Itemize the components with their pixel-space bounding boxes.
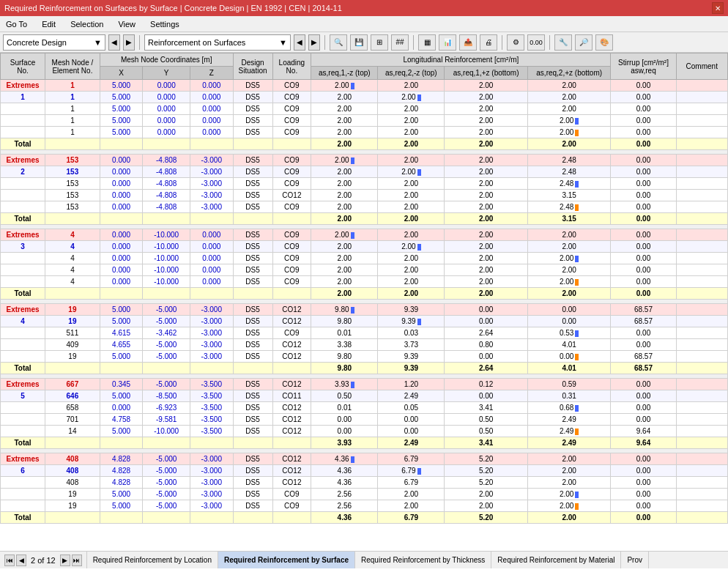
cell-total-value: 2.00 — [527, 512, 611, 524]
table-row: Extremes195.000-5.000-3.000DS5CO129.809.… — [1, 304, 728, 316]
next-page-btn[interactable]: ▶ — [60, 555, 70, 566]
left-dropdown[interactable]: Concrete Design ▼ — [3, 34, 105, 51]
table-cell: 0.000 — [143, 115, 190, 127]
last-page-btn[interactable]: ⏭ — [72, 555, 82, 566]
search-btn[interactable]: 🔍 — [330, 34, 347, 51]
table-cell: 9.64 — [611, 426, 676, 437]
chart-btn[interactable]: 📊 — [439, 34, 456, 51]
cell-surface-no: 5 — [1, 390, 45, 402]
close-button[interactable]: ✕ — [712, 2, 724, 14]
table-cell: 0.00 — [611, 178, 676, 190]
menu-selection[interactable]: Selection — [67, 19, 106, 29]
tab-by-thickness[interactable]: Required Reinforcement by Thickness — [355, 552, 491, 568]
cell-total-empty — [190, 288, 233, 300]
table-cell: 2.49 — [527, 414, 611, 426]
table-cell: 5.000 — [100, 92, 143, 103]
menu-edit[interactable]: Edit — [39, 19, 59, 29]
table-cell — [676, 178, 728, 190]
table-cell: CO12 — [272, 453, 311, 465]
table-cell: 0.00 — [611, 103, 676, 115]
tab-by-location[interactable]: Required Reinforcement by Location — [87, 552, 218, 568]
table-cell: 0.12 — [445, 379, 528, 390]
tab-by-material[interactable]: Required Reinforcement by Material — [491, 552, 621, 568]
save-btn[interactable]: 💾 — [350, 34, 368, 51]
wrench-btn[interactable]: 🔧 — [554, 34, 572, 51]
table-cell — [676, 201, 728, 213]
tab-prov[interactable]: Prov — [621, 552, 649, 568]
export-btn[interactable]: 📤 — [459, 34, 477, 51]
separator-1 — [139, 35, 140, 50]
left-nav-prev[interactable]: ◀ — [108, 34, 120, 51]
table-cell: 0.01 — [311, 327, 378, 339]
table-cell: 3.41 — [445, 402, 528, 414]
cell-total-value: 4.36 — [311, 512, 378, 524]
status-nav: ⏮ ◀ 2 of 12 ▶ ⏭ — [0, 552, 87, 568]
grid-btn[interactable]: ## — [391, 34, 409, 51]
table-cell: -4.808 — [143, 166, 190, 178]
cell-total-value: 68.57 — [611, 363, 676, 374]
table-cell: 0.53 — [527, 327, 611, 339]
cell-surface-no — [1, 276, 45, 288]
menu-view[interactable]: View — [115, 19, 138, 29]
table-cell: CO12 — [272, 379, 311, 390]
value-btn[interactable]: 0.00 — [527, 34, 545, 51]
cell-total-value: 3.15 — [527, 213, 611, 225]
right-dropdown[interactable]: Reinforcement on Surfaces ▼ — [144, 34, 291, 51]
table-cell: DS5 — [233, 379, 272, 390]
zoom-btn[interactable]: 🔎 — [575, 34, 593, 51]
table-cell — [676, 477, 728, 489]
color-btn[interactable]: 🎨 — [595, 34, 613, 51]
first-page-btn[interactable]: ⏮ — [4, 555, 15, 566]
table-cell: 5.000 — [100, 316, 143, 327]
table-cell: 0.000 — [100, 178, 143, 190]
right-nav-prev[interactable]: ◀ — [294, 34, 305, 51]
chevron-down-icon: ▼ — [94, 38, 102, 47]
table-btn[interactable]: ▦ — [418, 34, 436, 51]
menu-settings[interactable]: Settings — [147, 19, 182, 29]
table-cell: 4 — [45, 264, 100, 276]
table-cell: 0.000 — [100, 166, 143, 178]
table-cell: 2.64 — [445, 327, 528, 339]
cell-total-value: 2.00 — [445, 138, 528, 150]
right-nav-next[interactable]: ▶ — [308, 34, 320, 51]
cell-total-label: Total — [1, 437, 45, 449]
table-cell: 5.000 — [100, 103, 143, 115]
table-cell: 0.000 — [100, 201, 143, 213]
cell-total-value: 2.00 — [311, 288, 378, 300]
left-dropdown-label: Concrete Design — [7, 38, 67, 47]
menu-goto[interactable]: Go To — [3, 19, 30, 29]
table-cell: CO9 — [272, 229, 311, 241]
table-cell: 0.00 — [445, 390, 528, 402]
table-cell — [676, 351, 728, 363]
prev-page-btn[interactable]: ◀ — [16, 555, 26, 566]
cell-total-value: 2.00 — [311, 213, 378, 225]
table-cell: 2.00 — [527, 253, 611, 264]
table-row: 15.0000.0000.000DS5CO92.002.002.002.000.… — [1, 115, 728, 127]
table-cell: 0.00 — [611, 276, 676, 288]
cell-total-comment — [676, 437, 728, 449]
table-total-row: Total2.002.002.003.150.00 — [1, 213, 728, 225]
table-cell: 1 — [45, 92, 100, 103]
col-header-l2: as,req,2,-z (top) — [378, 67, 445, 80]
table-cell: 68.57 — [611, 351, 676, 363]
filter-btn[interactable]: ⊞ — [371, 34, 388, 51]
settings-btn[interactable]: ⚙ — [507, 34, 524, 51]
table-cell: 408 — [45, 465, 100, 477]
table-cell: -3.000 — [190, 327, 233, 339]
table-cell: 2.00 — [378, 115, 445, 127]
print-btn[interactable]: 🖨 — [480, 34, 497, 51]
table-cell: 2.00 — [378, 489, 445, 500]
table-cell: 5.000 — [100, 127, 143, 138]
table-cell: 4.828 — [100, 453, 143, 465]
table-cell: 0.00 — [611, 201, 676, 213]
table-cell: 0.00 — [611, 465, 676, 477]
table-cell: 2.00 — [378, 103, 445, 115]
table-cell: 5.000 — [100, 115, 143, 127]
cell-total-value: 5.20 — [445, 512, 528, 524]
table-cell: 19 — [45, 500, 100, 512]
separator-2 — [324, 35, 325, 50]
table-cell: CO9 — [272, 276, 311, 288]
left-nav-next[interactable]: ▶ — [123, 34, 135, 51]
tab-by-surface[interactable]: Required Reinforcement by Surface — [218, 552, 355, 568]
col-header-y: Y — [143, 67, 190, 80]
